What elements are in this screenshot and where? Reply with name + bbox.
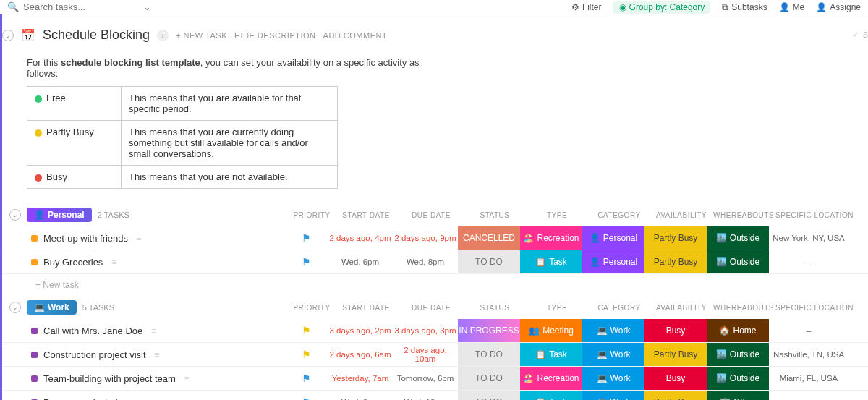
col-start: START DATE <box>333 304 399 312</box>
location-cell[interactable]: – <box>769 326 848 335</box>
due-date[interactable]: 2 days ago, 10am <box>393 346 458 363</box>
group-pill[interactable]: 💻Work <box>27 300 77 315</box>
filter-button[interactable]: ⚙Filter <box>571 2 602 12</box>
status-tag[interactable]: TO DO <box>458 250 520 273</box>
new-task-link[interactable]: + NEW TASK <box>176 31 227 40</box>
desc-prefix: For this <box>27 57 61 68</box>
letter-s: S <box>863 30 868 40</box>
type-tag[interactable]: 👥Meeting <box>520 319 582 342</box>
wh-emoji: 🏙️ <box>716 233 727 243</box>
col-availability: AVAILABILITY <box>650 211 712 219</box>
add-comment-link[interactable]: ADD COMMENT <box>323 31 388 40</box>
status-tag[interactable]: IN PROGRESS <box>458 319 520 342</box>
info-icon[interactable]: i <box>157 30 169 41</box>
task-menu-icon[interactable]: ≡ <box>111 258 116 266</box>
start-date[interactable]: Wed, 6pm <box>328 258 393 266</box>
search-input[interactable] <box>23 1 124 12</box>
collapse-toggle[interactable]: ⌄ <box>2 30 14 41</box>
check-icon[interactable]: ✓ <box>852 30 859 40</box>
whereabouts-tag[interactable]: 🏙️Outside <box>707 226 769 250</box>
col-location: SPECIFIC LOCATION <box>775 304 854 312</box>
category-tag[interactable]: 💻Work <box>582 343 644 366</box>
priority-flag-icon[interactable]: ⚑ <box>302 349 311 360</box>
group-collapse[interactable]: ⌄ <box>9 209 21 221</box>
category-tag[interactable]: 👤Personal <box>582 250 644 273</box>
due-date[interactable]: 3 days ago, 3pm <box>393 326 458 335</box>
type-tag[interactable]: 🏖️Recreation <box>520 367 582 390</box>
status-square[interactable] <box>31 375 38 382</box>
status-tag[interactable]: TO DO <box>458 343 520 366</box>
status-square[interactable] <box>31 328 38 334</box>
priority-flag-icon[interactable]: ⚑ <box>302 256 311 268</box>
availability-tag[interactable]: Partly Busy <box>644 343 707 366</box>
priority-flag-icon[interactable]: ⚑ <box>302 373 311 384</box>
status-square[interactable] <box>31 235 38 242</box>
status-tag[interactable]: CANCELLED <box>458 226 520 250</box>
task-row[interactable]: Team-building with project team ≡ ⚑ Yest… <box>2 367 868 391</box>
task-menu-icon[interactable]: ≡ <box>151 326 156 335</box>
task-row[interactable]: Call with Mrs. Jane Doe ≡ ⚑ 3 days ago, … <box>2 319 868 343</box>
page-title: Schedule Blocking <box>43 27 150 43</box>
due-date[interactable]: Tomorrow, 6pm <box>393 374 458 383</box>
task-row[interactable]: Prepare project plans ≡ ⚑ Wed, 8am Wed, … <box>2 391 868 400</box>
category-tag[interactable]: 👤Personal <box>582 226 644 250</box>
type-tag[interactable]: 📋Task <box>520 343 582 366</box>
availability-tag[interactable]: Busy <box>644 319 707 342</box>
cat-emoji: 💻 <box>597 397 608 400</box>
task-menu-icon[interactable]: ≡ <box>137 234 141 242</box>
priority-flag-icon[interactable]: ⚑ <box>302 325 311 336</box>
groupby-button[interactable]: ◉Group by: Category <box>613 1 711 14</box>
me-button[interactable]: 👤Me <box>779 2 805 12</box>
type-tag[interactable]: 🏖️Recreation <box>520 226 582 250</box>
subtasks-button[interactable]: ⧉Subtasks <box>722 2 767 12</box>
status-square[interactable] <box>31 352 38 358</box>
location-cell[interactable]: New York, NY, USA <box>769 234 848 242</box>
category-tag[interactable]: 💻Work <box>582 367 644 390</box>
whereabouts-tag[interactable]: 🏙️Outside <box>707 367 769 390</box>
hide-desc-link[interactable]: HIDE DESCRIPTION <box>234 31 316 40</box>
start-date[interactable]: 2 days ago, 6am <box>328 350 393 359</box>
start-date[interactable]: 2 days ago, 4pm <box>328 234 393 242</box>
category-tag[interactable]: 💻Work <box>582 391 644 400</box>
desc-bold: schedule blocking list template <box>61 57 200 68</box>
availability-tag[interactable]: Partly Busy <box>644 250 707 273</box>
group-pill[interactable]: 👤Personal <box>27 208 92 222</box>
availability-tag[interactable]: Busy <box>644 367 707 390</box>
location-cell[interactable]: – <box>769 258 848 266</box>
task-row[interactable]: Buy Groceries ≡ ⚑ Wed, 6pm Wed, 8pm TO D… <box>2 250 868 274</box>
priority-flag-icon[interactable]: ⚑ <box>302 396 311 400</box>
group-collapse[interactable]: ⌄ <box>9 302 21 313</box>
new-task-row[interactable]: + New task <box>2 274 868 296</box>
due-date[interactable]: Wed, 8pm <box>393 258 458 266</box>
start-date[interactable]: 3 days ago, 2pm <box>328 326 393 335</box>
task-count: 2 TASKS <box>98 210 129 219</box>
status-tag[interactable]: TO DO <box>458 367 520 390</box>
chevron-down-icon[interactable]: ⌄ <box>143 1 151 12</box>
col-due: DUE DATE <box>399 211 464 219</box>
whereabouts-tag[interactable]: 🏙️Outside <box>707 343 769 366</box>
assignee-button[interactable]: 👤Assigne <box>816 2 861 12</box>
status-square[interactable] <box>31 259 38 265</box>
status-tag[interactable]: TO DO <box>458 391 520 400</box>
task-menu-icon[interactable]: ≡ <box>155 350 159 359</box>
due-date[interactable]: 2 days ago, 9pm <box>393 234 458 242</box>
start-date[interactable]: Yesterday, 7am <box>328 374 393 383</box>
location-cell[interactable]: Miami, FL, USA <box>769 374 848 383</box>
group-emoji: 👤 <box>34 210 45 220</box>
availability-tag[interactable]: Partly Busy <box>644 226 707 250</box>
availability-tag[interactable]: Partly Busy <box>644 391 707 400</box>
wh-emoji: 🏠 <box>719 325 730 336</box>
whereabouts-tag[interactable]: 🏠Home <box>707 319 769 342</box>
category-tag[interactable]: 💻Work <box>582 319 644 342</box>
whereabouts-tag[interactable]: 🏢Office <box>707 391 769 400</box>
task-menu-icon[interactable]: ≡ <box>184 374 189 383</box>
task-row[interactable]: Construction project visit ≡ ⚑ 2 days ag… <box>2 343 868 367</box>
whereabouts-tag[interactable]: 🏙️Outside <box>707 250 769 273</box>
col-location: SPECIFIC LOCATION <box>775 211 854 219</box>
type-tag[interactable]: 📋Task <box>520 391 582 400</box>
filter-label: Filter <box>582 2 602 12</box>
task-row[interactable]: Meet-up with friends ≡ ⚑ 2 days ago, 4pm… <box>2 226 868 250</box>
type-tag[interactable]: 📋Task <box>520 250 582 273</box>
location-cell[interactable]: Nashville, TN, USA <box>769 350 848 359</box>
priority-flag-icon[interactable]: ⚑ <box>302 232 311 244</box>
